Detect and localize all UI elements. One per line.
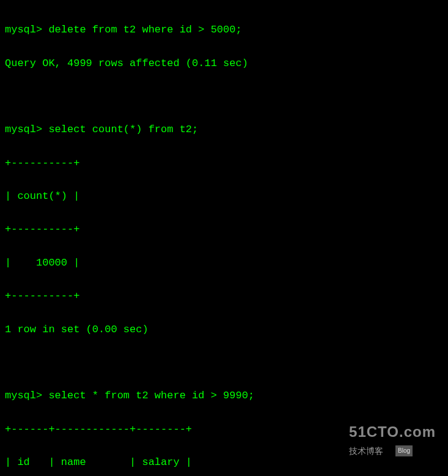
mysql-prompt: mysql> [5,124,42,135]
table-border: +----------+ [5,288,443,304]
query-response: 1 row in set (0.00 sec) [5,321,443,338]
mysql-prompt: mysql> [5,24,42,35]
query-response: Query OK, 4999 rows affected (0.11 sec) [5,55,443,72]
blank-line [5,354,443,371]
command-line-3: mysql> select * from t2 where id > 9990; [5,387,443,404]
command-line-2: mysql> select count(*) from t2; [5,121,443,138]
sql-command: select count(*) from t2; [48,124,198,135]
sql-command: select * from t2 where id > 9990; [48,390,254,401]
watermark: 51CTO.com 技术博客 Blog [349,420,436,458]
watermark-logo: 51CTO.com [349,420,436,444]
watermark-subtitle: 技术博客 Blog [349,444,436,458]
table-border: +----------+ [5,155,443,171]
blank-line [5,88,443,105]
table-border: +----------+ [5,221,443,237]
blog-tag: Blog [395,445,413,456]
table-row: | 10000 | [5,255,443,271]
sql-command: delete from t2 where id > 5000; [48,24,241,35]
mysql-prompt: mysql> [5,390,42,401]
terminal-output: mysql> delete from t2 where id > 5000; Q… [5,5,443,476]
command-line-1: mysql> delete from t2 where id > 5000; [5,21,443,38]
table-header: | count(*) | [5,188,443,204]
